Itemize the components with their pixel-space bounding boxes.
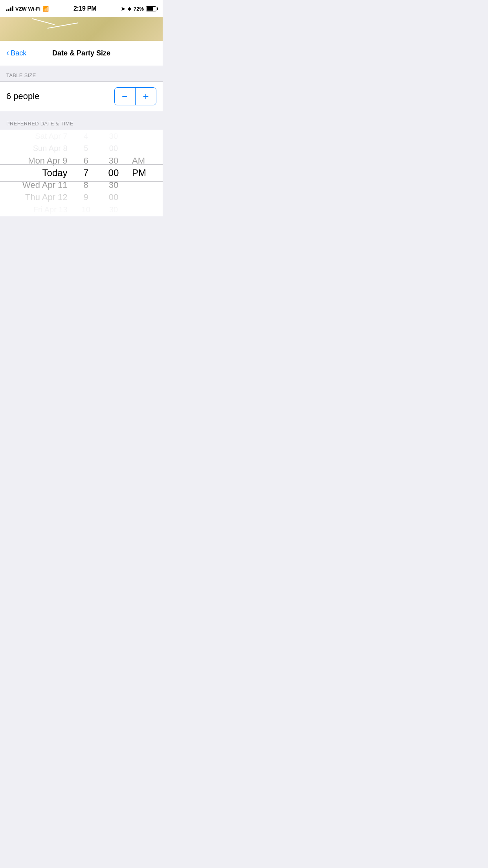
picker-date-row: Mon Apr 9 xyxy=(28,154,67,167)
back-chevron-icon: ‹ xyxy=(6,49,9,57)
back-button[interactable]: ‹ Back xyxy=(6,49,26,57)
minute-column[interactable]: 30 00 30 00 30 00 30 xyxy=(100,130,127,216)
picker-ampm-selected: PM xyxy=(132,167,146,179)
datetime-section-header: PREFERRED DATE & TIME xyxy=(0,114,163,130)
status-time: 2:19 PM xyxy=(73,5,96,12)
hour-column[interactable]: 4 5 6 7 8 9 10 xyxy=(72,130,100,216)
picker-date-row: Thu Apr 12 xyxy=(25,191,68,204)
picker-date-row: Fri Apr 13 xyxy=(33,204,68,216)
picker-minute-row: 00 xyxy=(109,191,118,204)
carrier-label: VZW Wi-Fi xyxy=(15,6,40,12)
party-count-label: 6 people xyxy=(6,91,39,101)
picker-hour-row: 4 xyxy=(84,130,88,142)
bluetooth-icon: ∗ xyxy=(127,6,132,12)
picker-hour-row: 9 xyxy=(84,191,88,204)
table-size-row: 6 people − + xyxy=(0,81,163,111)
navigation-bar: ‹ Back Date & Party Size xyxy=(0,41,163,66)
battery-icon xyxy=(146,6,156,11)
picker-minute-row: 30 xyxy=(109,179,118,191)
wifi-icon: 📶 xyxy=(42,6,49,12)
picker-minute-row: 30 xyxy=(109,154,118,167)
picker-hour-row: 6 xyxy=(84,154,88,167)
signal-icon xyxy=(6,6,13,11)
location-icon: ➤ xyxy=(121,6,125,12)
picker-hour-row: 8 xyxy=(84,179,88,191)
table-size-section-header: TABLE SIZE xyxy=(0,66,163,81)
picker-date-row: Wed Apr 11 xyxy=(22,179,68,191)
picker-hour-row: 10 xyxy=(82,204,90,216)
party-size-stepper: − + xyxy=(114,87,157,105)
picker-date-row: Sat Apr 7 xyxy=(35,130,67,142)
bottom-background xyxy=(0,216,163,334)
picker-columns: Sat Apr 7 Sun Apr 8 Mon Apr 9 Today Wed … xyxy=(0,130,163,216)
picker-minute-row: 30 xyxy=(109,204,118,216)
picker-ampm-row: AM xyxy=(132,154,145,167)
ampm-column[interactable]: AM PM xyxy=(127,130,163,216)
picker-minute-row: 30 xyxy=(109,130,118,142)
datetime-picker[interactable]: Sat Apr 7 Sun Apr 8 Mon Apr 9 Today Wed … xyxy=(0,130,163,216)
picker-date-row: Sun Apr 8 xyxy=(33,142,68,154)
map-preview xyxy=(0,17,163,41)
increment-button[interactable]: + xyxy=(136,88,156,105)
status-left: VZW Wi-Fi 📶 xyxy=(6,6,49,12)
picker-minute-row: 00 xyxy=(109,142,118,154)
page-title: Date & Party Size xyxy=(52,49,110,57)
decrement-button[interactable]: − xyxy=(115,88,135,105)
picker-minute-selected: 00 xyxy=(108,167,119,179)
date-column[interactable]: Sat Apr 7 Sun Apr 8 Mon Apr 9 Today Wed … xyxy=(0,130,72,216)
battery-percent: 72% xyxy=(134,6,144,12)
picker-hour-selected: 7 xyxy=(83,167,88,179)
picker-hour-row: 5 xyxy=(84,142,88,154)
status-bar: VZW Wi-Fi 📶 2:19 PM ➤ ∗ 72% xyxy=(0,0,163,17)
status-right: ➤ ∗ 72% xyxy=(121,6,156,12)
back-label: Back xyxy=(11,49,26,57)
picker-date-selected: Today xyxy=(42,167,68,179)
